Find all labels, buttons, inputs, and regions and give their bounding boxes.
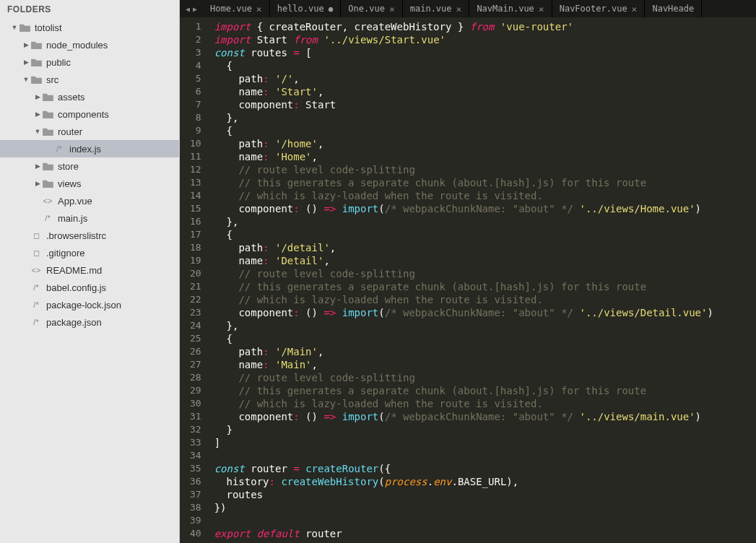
editor-tab[interactable]: NavHeade [645,0,702,17]
tree-item-label: App.vue [58,196,92,207]
code-line: path: '/Main', [214,345,750,358]
tree-folder[interactable]: ▶public [0,53,179,71]
line-number: 13 [190,176,201,189]
tree-root[interactable]: ▼totolist [0,19,179,36]
tree-file[interactable]: /*babel.config.js [0,279,179,296]
line-number: 31 [190,410,201,423]
tab-nav-right-icon[interactable]: ▶ [191,5,199,13]
folder-icon [30,39,42,51]
code-line: // which is lazy-loaded when the route i… [214,293,750,306]
tree-file[interactable]: /*package-lock.json [0,296,179,313]
code-line: ] [214,436,750,449]
line-number: 11 [190,150,201,163]
folder-tree[interactable]: ▼totolist▶node_modules▶public▼src▶assets… [0,19,179,543]
code-line: }, [214,111,750,124]
chevron-right-icon: ▶ [33,162,42,170]
tree-folder[interactable]: ▶store [0,157,179,175]
code-line: // route level code-splitting [214,267,750,280]
tab-label: NavHeade [652,4,694,14]
line-number: 30 [190,397,201,410]
close-icon[interactable]: × [256,4,262,14]
chevron-right-icon: ▶ [33,93,42,100]
file-icon: /* [30,316,42,328]
tree-item-label: node_modules [46,40,108,51]
tree-item-label: router [58,126,82,137]
editor-tab[interactable]: NavFooter.vue× [552,0,646,17]
code-line [214,514,750,527]
tree-folder[interactable]: ▶views [0,175,179,192]
dirty-indicator-icon: ● [329,4,334,14]
tree-item-label: totolist [35,22,62,33]
tree-item-label: assets [58,92,85,103]
line-number: 20 [190,267,201,280]
code-line: component: () => import(/* webpackChunkN… [214,202,750,215]
tree-folder[interactable]: ▶node_modules [0,36,179,53]
close-icon[interactable]: × [456,4,462,14]
line-number: 36 [190,475,201,488]
code-line: }) [214,501,750,514]
tab-label: hello.vue [277,4,324,14]
tree-item-label: main.js [58,213,87,224]
tab-label: One.vue [348,4,385,14]
code-area[interactable]: 1234567891011121314151617181920212223242… [180,17,756,543]
tree-folder[interactable]: ▼router [0,123,179,140]
file-icon: <> [42,195,53,207]
tree-item-label: index.js [69,144,101,155]
code-line: }, [214,319,750,332]
code-line: { [214,228,750,241]
tab-label: NavFooter.vue [560,4,627,14]
tree-item-label: babel.config.js [46,282,106,293]
tree-file[interactable]: /*package.json [0,313,179,331]
line-number: 7 [190,98,201,111]
line-number: 8 [190,111,201,124]
file-icon: /* [30,282,42,293]
chevron-down-icon: ▼ [33,128,42,135]
editor-tab[interactable]: main.vue× [403,0,470,17]
line-number: 24 [190,319,201,332]
editor-tab[interactable]: Home.vue× [203,0,270,17]
code-line: routes [214,488,750,501]
tree-folder[interactable]: ▶components [0,105,179,123]
folder-icon [30,56,42,68]
line-number: 27 [190,358,201,371]
tree-item-label: store [58,161,79,172]
editor-tab[interactable]: One.vue× [341,0,402,17]
tree-item-label: README.md [46,265,102,276]
close-icon[interactable]: × [632,4,638,14]
tree-file[interactable]: ◻.browserslistrc [0,227,179,244]
line-number: 15 [190,202,201,215]
line-number: 4 [190,59,201,72]
chevron-right-icon: ▶ [33,180,42,187]
code-line: { [214,332,750,345]
tree-folder[interactable]: ▼src [0,71,179,88]
line-number: 14 [190,189,201,202]
tree-item-label: package-lock.json [46,300,121,310]
tab-label: NavMain.vue [477,4,534,14]
close-icon[interactable]: × [389,4,395,14]
line-number: 18 [190,241,201,254]
tab-nav-left-icon[interactable]: ◀ [184,5,191,13]
line-number: 1 [190,20,201,33]
file-icon: ◻ [30,230,42,241]
tree-item-label: .gitignore [46,248,84,259]
tree-file[interactable]: /*index.js [0,140,179,157]
tree-folder[interactable]: ▶assets [0,88,179,105]
line-number: 3 [190,46,201,59]
code-line: history: createWebHistory(process.env.BA… [214,475,750,488]
code-content[interactable]: import { createRouter, createWebHistory … [209,17,756,543]
chevron-right-icon: ▶ [33,110,42,118]
close-icon[interactable]: × [539,4,544,14]
tree-file[interactable]: /*main.js [0,209,179,227]
line-number: 32 [190,423,201,436]
tree-file[interactable]: ◻.gitignore [0,244,179,261]
tree-file[interactable]: <>README.md [0,261,179,279]
tree-file[interactable]: <>App.vue [0,192,179,209]
line-number: 39 [190,514,201,527]
tabs-container: Home.vue×hello.vue●One.vue×main.vue×NavM… [203,0,756,17]
chevron-down-icon: ▼ [10,24,19,31]
chevron-right-icon: ▶ [22,58,30,66]
line-number: 21 [190,280,201,293]
editor-tab[interactable]: hello.vue● [270,0,342,17]
folder-icon [42,108,53,120]
editor-tab[interactable]: NavMain.vue× [469,0,552,17]
